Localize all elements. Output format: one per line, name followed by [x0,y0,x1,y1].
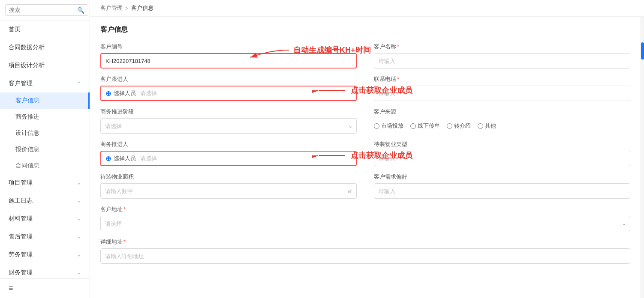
source-radio-market[interactable]: 市场投放 [374,122,403,130]
chevron-down-icon: ⌄ [77,198,81,204]
property-area-field: 待装物业面积 ㎡ [100,173,357,199]
search-input[interactable] [5,4,88,16]
breadcrumb-current: 客户信息 [131,4,153,12]
customer-follower-field: 客户跟进人 ⊕ 选择人员 请选择 [100,75,357,101]
sidebar-nav: 首页 合同数据分析 项目设计分析 客户管理 ⌃ 客户信息 商务推进 设计信息 报… [0,21,90,278]
scrollbar[interactable] [641,17,644,298]
customer-id-field: 客户编号 [100,43,357,69]
sidebar-item-labor-mgmt[interactable]: 劳务管理 ⌄ [0,246,90,264]
source-radio-referral[interactable]: 转介绍 [447,122,471,130]
business-person-selector[interactable]: ⊕ 选择人员 请选择 [100,151,357,166]
sidebar-item-customer-mgmt[interactable]: 客户管理 ⌃ [0,74,90,92]
chevron-down-icon: ⌄ [77,216,81,222]
sidebar-item-material-mgmt[interactable]: 材料管理 ⌄ [0,210,90,228]
sidebar-item-contract-analysis[interactable]: 合同数据分析 [0,39,90,57]
detail-address-input[interactable] [100,248,630,264]
chevron-down-icon: ⌄ [77,270,81,276]
customer-source-radio-group: 市场投放 线下传单 转介绍 其他 [374,118,630,134]
business-selector-placeholder: 请选择 [140,155,157,162]
property-type-input[interactable] [374,151,630,166]
customer-preference-label: 客户需求偏好 [374,173,630,181]
customer-name-field: 客户名称* [374,43,630,69]
business-stage-select[interactable]: 请选择 [100,118,357,134]
property-type-label: 待装物业类型 [374,140,630,148]
sidebar-item-home[interactable]: 首页 [0,21,90,39]
customer-name-input[interactable] [374,53,630,69]
contact-phone-label: 联系电话* [374,75,630,83]
customer-address-field: 客户地址* 请选择 ⌄ [100,206,630,231]
business-person-field: 商务推进人 ⊕ 选择人员 请选择 [100,140,357,166]
contact-phone-input[interactable] [374,86,630,101]
sidebar-item-construction-log[interactable]: 施工日志 ⌄ [0,192,90,210]
menu-icon: ≡ [9,284,13,292]
scrollbar-thumb [641,42,644,60]
main-area: 客户管理 > 客户信息 客户信息 客户编号 客户名称* [90,0,644,298]
follower-selector-placeholder: 请选择 [140,89,157,97]
breadcrumb-separator: > [125,5,129,12]
customer-preference-field: 客户需求偏好 [374,173,630,199]
sidebar: 🔍 首页 合同数据分析 项目设计分析 客户管理 ⌃ 客户信息 商务推进 设计信息… [0,0,90,298]
chevron-up-icon: ⌃ [77,80,81,86]
source-radio-other[interactable]: 其他 [478,122,496,130]
page-title: 客户信息 [100,25,630,34]
customer-follower-selector[interactable]: ⊕ 选择人员 请选择 [100,86,357,101]
customer-source-label: 客户来源 [374,108,630,116]
chevron-down-icon: ⌄ [77,252,81,258]
property-area-input-wrapper: ㎡ [100,183,357,199]
customer-name-label: 客户名称* [374,43,630,51]
source-radio-offline[interactable]: 线下传单 [410,122,440,130]
customer-address-select[interactable]: 请选择 [100,216,630,231]
business-stage-select-wrapper: 请选择 ⌄ [100,118,357,134]
sidebar-item-project-design[interactable]: 项目设计分析 [0,57,90,74]
sidebar-item-finance-mgmt[interactable]: 财务管理 ⌄ [0,264,90,278]
chevron-down-icon: ⌄ [77,180,81,186]
sidebar-sub-item-quote-info[interactable]: 报价信息 [0,141,90,158]
customer-id-input[interactable] [100,53,357,69]
business-person-label: 商务推进人 [100,140,357,148]
sidebar-sub-item-contract-info[interactable]: 合同信息 [0,158,90,174]
plus-icon-2: ⊕ [105,155,111,163]
plus-icon: ⊕ [105,89,111,98]
property-type-field: 待装物业类型 [374,140,630,166]
business-stage-field: 商务推进阶段 请选择 ⌄ [100,108,357,134]
sidebar-search-area: 🔍 [0,0,90,21]
sidebar-item-after-sale[interactable]: 售后管理 ⌄ [0,228,90,246]
property-area-label: 待装物业面积 [100,173,357,181]
breadcrumb: 客户管理 > 客户信息 [90,0,644,17]
customer-follower-label: 客户跟进人 [100,75,357,83]
customer-id-label: 客户编号 [100,43,357,51]
sidebar-sub-item-customer-info[interactable]: 客户信息 [0,92,90,109]
follower-selector-label: 选择人员 [114,89,136,97]
content-area: 客户信息 客户编号 客户名称* [90,17,641,298]
customer-preference-input[interactable] [374,183,630,199]
detail-address-label: 详细地址* [100,238,630,246]
breadcrumb-parent: 客户管理 [100,4,123,12]
chevron-down-icon: ⌄ [77,234,81,240]
sidebar-sub-item-design-info[interactable]: 设计信息 [0,125,90,141]
customer-address-select-wrapper: 请选择 ⌄ [100,216,630,231]
customer-address-label: 客户地址* [100,206,630,213]
customer-source-field: 客户来源 市场投放 线下传单 转介绍 [374,108,630,134]
sidebar-item-project-mgmt[interactable]: 项目管理 ⌄ [0,174,90,192]
contact-phone-field: 联系电话* [374,75,630,101]
business-stage-label: 商务推进阶段 [100,108,357,116]
property-area-input[interactable] [100,183,357,199]
sidebar-sub-item-business-advance[interactable]: 商务推进 [0,109,90,125]
detail-address-field: 详细地址* [100,238,630,264]
sidebar-collapse-button[interactable]: ≡ [0,278,90,298]
business-selector-label: 选择人员 [114,155,136,162]
